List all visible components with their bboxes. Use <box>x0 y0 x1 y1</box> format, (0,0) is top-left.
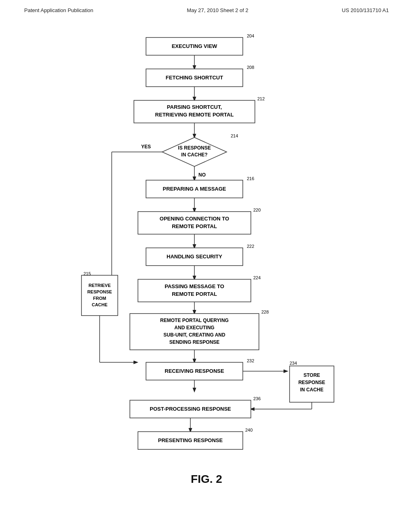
flowchart-svg: EXECUTING VIEW 204 FETCHING SHORTCUT 208… <box>49 25 364 469</box>
label-222: HANDLING SECURITY <box>167 254 222 260</box>
label-212b: RETRIEVING REMOTE PORTAL <box>155 112 234 118</box>
ref-224: 224 <box>253 275 261 280</box>
label-220a: OPENING CONNECTION TO <box>160 216 229 222</box>
label-214b: IN CACHE? <box>181 152 207 158</box>
label-224b: REMOTE PORTAL <box>172 291 217 297</box>
label-228b: AND EXECUTING <box>174 325 214 330</box>
label-215b: RESPONSE <box>87 289 112 294</box>
ref-232: 232 <box>247 358 254 363</box>
header-right: US 2010/131710 A1 <box>342 7 389 13</box>
ref-215: 215 <box>83 271 91 276</box>
ref-240: 240 <box>245 428 252 432</box>
label-240: PRESENTING RESPONSE <box>158 437 223 443</box>
label-232: RECEIVING RESPONSE <box>165 368 224 374</box>
ref-204: 204 <box>247 33 254 38</box>
ref-236: 236 <box>253 396 261 401</box>
label-224a: PASSING MESSAGE TO <box>165 283 224 289</box>
label-234c: IN CACHE <box>300 387 323 393</box>
label-216: PREPARING A MESSAGE <box>163 186 226 192</box>
label-234b: RESPONSE <box>298 380 325 385</box>
label-220b: REMOTE PORTAL <box>172 223 217 229</box>
label-215a: RETRIEVE <box>88 283 111 288</box>
diagram-area: EXECUTING VIEW 204 FETCHING SHORTCUT 208… <box>0 17 413 494</box>
label-228d: SENDING RESPONSE <box>169 339 220 345</box>
label-215d: CACHE <box>92 302 107 307</box>
label-214a: IS RESPONSE <box>178 145 211 151</box>
label-228a: REMOTE PORTAL QUERYING <box>160 318 229 323</box>
label-no: NO <box>198 172 206 178</box>
node-215 <box>81 275 118 316</box>
label-212a: PARSING SHORTCUT, <box>167 104 222 110</box>
ref-222: 222 <box>247 244 254 249</box>
header-left: Patent Application Publication <box>24 7 93 13</box>
ref-220: 220 <box>253 208 261 212</box>
ref-212: 212 <box>257 96 265 101</box>
node-224 <box>138 279 251 302</box>
ref-234: 234 <box>290 361 297 366</box>
fig-caption: FIG. 2 <box>0 473 413 486</box>
node-220 <box>138 212 251 234</box>
page-header: Patent Application Publication May 27, 2… <box>0 0 413 17</box>
label-228c: SUB-UNIT, CREATING AND <box>163 332 225 338</box>
ref-208: 208 <box>247 65 254 70</box>
label-208: FETCHING SHORTCUT <box>166 75 223 81</box>
header-center: May 27, 2010 Sheet 2 of 2 <box>187 7 248 13</box>
label-234a: STORE <box>303 372 320 378</box>
ref-214: 214 <box>231 133 238 138</box>
label-204: EXECUTING VIEW <box>172 43 217 49</box>
label-yes: YES <box>141 144 151 150</box>
label-236: POST-PROCESSING RESPONSE <box>150 406 231 412</box>
label-215c: FROM <box>93 296 106 301</box>
ref-228: 228 <box>261 310 269 314</box>
ref-216: 216 <box>247 176 254 181</box>
